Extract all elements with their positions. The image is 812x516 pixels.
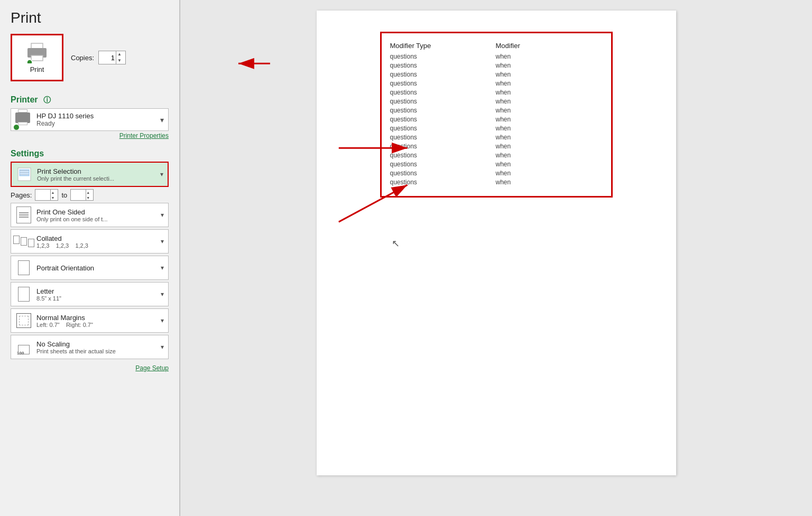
copies-input-wrapper[interactable]: ▲ ▼ [98, 51, 126, 64]
info-icon: ⓘ [43, 96, 51, 104]
table-cell-col2-3: when [496, 80, 580, 87]
scaling-icon: 100 [15, 339, 32, 355]
pages-to-field[interactable] [71, 191, 86, 199]
printer-info-row[interactable]: HP DJ 1110 series Ready ▾ [11, 108, 169, 131]
table-cell-col2-9: when [496, 134, 580, 141]
table-cell-col1-7: questions [390, 116, 496, 123]
svg-rect-2 [31, 55, 43, 61]
pages-from-spinner[interactable]: ▲ ▼ [50, 190, 54, 200]
table-row: questionswhen [390, 161, 603, 168]
settings-item-title-0: Print Selection [37, 167, 160, 175]
pages-to-label: to [61, 191, 67, 199]
settings-item-arrow-5[interactable]: ▾ [161, 317, 164, 324]
table-cell-col1-8: questions [390, 125, 496, 132]
table-row: questionswhen [390, 107, 603, 114]
table-header-row: Modifier Type Modifier [390, 42, 603, 50]
page-setup-link[interactable]: Page Setup [11, 364, 169, 372]
settings-item-arrow-2[interactable]: ▾ [161, 238, 164, 245]
settings-item-text-1: Print One Sided Only print on one side o… [32, 208, 161, 222]
settings-item-scaling[interactable]: 100 No Scaling Print sheets at their act… [11, 335, 169, 359]
table-cell-col1-12: questions [390, 161, 496, 168]
settings-item-sub-6: Print sheets at their actual size [36, 348, 161, 354]
settings-item-arrow-1[interactable]: ▾ [161, 211, 164, 219]
table-cell-col2-13: when [496, 170, 580, 177]
printer-dropdown-arrow[interactable]: ▾ [160, 116, 164, 124]
settings-item-portrait[interactable]: Portrait Orientation ▾ [11, 256, 169, 280]
collated-icon [15, 233, 32, 250]
table-cell-col2-10: when [496, 143, 580, 150]
table-cell-col2-0: when [496, 53, 580, 60]
margins-icon [15, 312, 32, 329]
copies-spinner[interactable]: ▲ ▼ [116, 51, 123, 64]
paper-sheet: Modifier Type Modifier questionswhenques… [317, 11, 676, 475]
pages-to-input[interactable]: ▲ ▼ [70, 189, 94, 201]
print-selection-icon [16, 166, 33, 183]
settings-item-title-3: Portrait Orientation [36, 264, 161, 272]
table-cell-col2-5: when [496, 98, 580, 105]
svg-rect-0 [31, 43, 43, 49]
table-row: questionswhen [390, 53, 603, 60]
portrait-icon [15, 259, 32, 276]
settings-item-title-1: Print One Sided [36, 208, 161, 216]
printer-properties-link[interactable]: Printer Properties [11, 132, 169, 139]
printer-name: HP DJ 1110 series [36, 112, 94, 120]
table-cell-col1-9: questions [390, 134, 496, 141]
printer-details: HP DJ 1110 series Ready [36, 112, 94, 127]
settings-item-title-4: Letter [36, 287, 161, 295]
table-col1-header: Modifier Type [390, 42, 496, 50]
table-row: questionswhen [390, 80, 603, 87]
pages-to-spinner[interactable]: ▲ ▼ [86, 190, 90, 200]
one-sided-icon [15, 207, 32, 223]
pages-from-field[interactable] [35, 191, 50, 199]
print-button-label: Print [30, 65, 44, 73]
settings-item-text-4: Letter 8.5" x 11" [32, 287, 161, 302]
copies-label: Copies: [71, 54, 94, 62]
settings-item-margins[interactable]: Normal Margins Left: 0.7" Right: 0.7" ▾ [11, 308, 169, 333]
table-row: questionswhen [390, 179, 603, 186]
settings-item-text-5: Normal Margins Left: 0.7" Right: 0.7" [32, 314, 161, 328]
table-cell-col2-2: when [496, 71, 580, 78]
table-cell-col2-11: when [496, 152, 580, 159]
copies-input[interactable] [99, 54, 116, 62]
copies-decrement[interactable]: ▼ [116, 58, 123, 64]
settings-item-arrow-0[interactable]: ▾ [160, 171, 163, 178]
table-cell-col1-4: questions [390, 89, 496, 96]
table-cell-col2-14: when [496, 179, 580, 186]
settings-item-one-sided[interactable]: Print One Sided Only print on one side o… [11, 203, 169, 227]
svg-rect-8 [20, 170, 29, 176]
settings-item-sub-2: 1,2,3 1,2,3 1,2,3 [36, 242, 161, 249]
settings-item-print-selection[interactable]: Print Selection Only print the current s… [11, 162, 169, 187]
settings-item-sub-0: Only print the current selecti... [37, 175, 160, 182]
pages-label: Pages: [11, 191, 32, 199]
table-row: questionswhen [390, 152, 603, 159]
table-preview: Modifier Type Modifier questionswhenques… [380, 32, 613, 198]
print-button[interactable]: Print [11, 34, 63, 81]
table-row: questionswhen [390, 116, 603, 123]
table-cell-col2-12: when [496, 161, 580, 168]
table-cell-col1-13: questions [390, 170, 496, 177]
settings-item-collated[interactable]: Collated 1,2,3 1,2,3 1,2,3 ▾ [11, 229, 169, 254]
table-row: questionswhen [390, 143, 603, 150]
settings-item-arrow-3[interactable]: ▾ [161, 264, 164, 271]
table-cell-col2-8: when [496, 125, 580, 132]
copies-increment[interactable]: ▲ [116, 51, 123, 58]
table-row: questionswhen [390, 71, 603, 78]
printer-info-left: HP DJ 1110 series Ready [15, 112, 94, 127]
settings-item-arrow-6[interactable]: ▾ [161, 343, 164, 351]
table-cell-col2-4: when [496, 89, 580, 96]
table-row: questionswhen [390, 98, 603, 105]
table-row: questionswhen [390, 170, 603, 177]
print-button-area: Print Copies: ▲ ▼ [11, 34, 169, 81]
settings-item-letter[interactable]: Letter 8.5" x 11" ▾ [11, 282, 169, 306]
table-row: questionswhen [390, 134, 603, 141]
settings-item-title-2: Collated [36, 234, 161, 242]
table-cell-col2-7: when [496, 116, 580, 123]
table-cell-col1-1: questions [390, 62, 496, 69]
settings-item-arrow-4[interactable]: ▾ [161, 290, 164, 298]
svg-point-3 [27, 60, 32, 63]
page-title: Print [11, 10, 169, 26]
table-cell-col1-14: questions [390, 179, 496, 186]
table-rows-container: questionswhenquestionswhenquestionswhenq… [390, 53, 603, 186]
pages-from-input[interactable]: ▲ ▼ [35, 189, 58, 201]
settings-item-text-0: Print Selection Only print the current s… [33, 167, 160, 182]
